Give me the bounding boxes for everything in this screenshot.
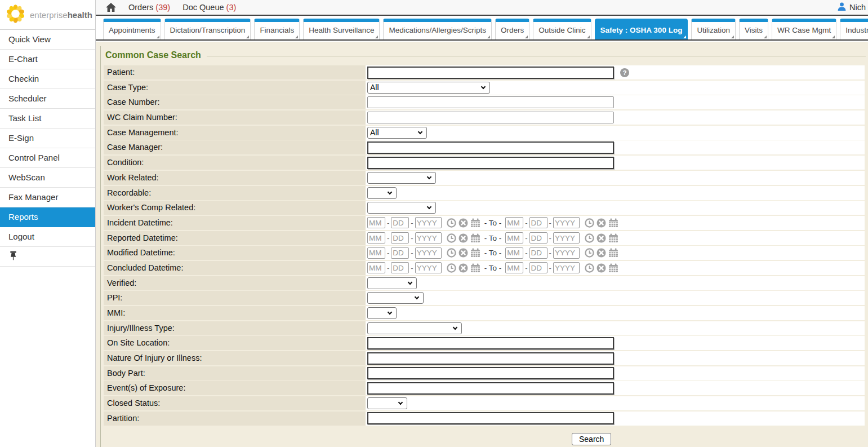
wc-claim-number-input[interactable] <box>367 112 614 123</box>
nature-of-injury-input[interactable] <box>367 352 614 365</box>
verified-select[interactable] <box>367 277 417 289</box>
case-management-select[interactable]: All <box>367 127 427 139</box>
clear-icon[interactable] <box>597 218 606 228</box>
tab-health-surveillance[interactable]: Health Surveillance <box>303 19 380 39</box>
calendar-icon[interactable] <box>608 248 618 258</box>
sidebar-pin-row[interactable] <box>0 247 95 267</box>
clear-icon[interactable] <box>459 218 468 228</box>
tab-outside-clinic[interactable]: Outside Clinic <box>533 19 591 39</box>
tab-financials[interactable]: Financials <box>254 19 300 39</box>
end-year-input[interactable] <box>553 217 580 228</box>
field-label: Modified Datetime: <box>104 246 366 260</box>
home-icon[interactable] <box>106 3 116 12</box>
start-month-input[interactable] <box>367 217 385 228</box>
clear-icon[interactable] <box>459 248 468 258</box>
sidebar-item-checkin[interactable]: Checkin <box>0 69 95 89</box>
end-year-input[interactable] <box>553 247 580 259</box>
sidebar-item-scheduler[interactable]: Scheduler <box>0 89 95 109</box>
clear-icon[interactable] <box>459 263 468 273</box>
ppi-select[interactable] <box>367 292 424 304</box>
calendar-icon[interactable] <box>470 263 480 273</box>
tab-appointments[interactable]: Appointments <box>103 19 161 39</box>
recordable-select[interactable] <box>367 187 397 199</box>
patient-input[interactable] <box>367 67 614 79</box>
start-month-input[interactable] <box>367 232 385 244</box>
start-year-input[interactable] <box>415 262 442 273</box>
condition-input[interactable] <box>367 157 614 169</box>
clock-icon[interactable] <box>447 233 456 243</box>
calendar-icon[interactable] <box>608 233 618 243</box>
clear-icon[interactable] <box>459 233 468 243</box>
case-manager-input[interactable] <box>367 141 614 154</box>
clock-icon[interactable] <box>447 263 456 273</box>
start-month-input[interactable] <box>367 247 385 259</box>
work-related-select[interactable] <box>367 172 436 184</box>
calendar-icon[interactable] <box>608 263 618 273</box>
partition-input[interactable] <box>367 412 614 424</box>
orders-link[interactable]: Orders (39) <box>128 3 170 12</box>
sidebar-item-fax-manager[interactable]: Fax Manager <box>0 188 95 207</box>
tab-dictation-transcription[interactable]: Dictation/Transcription <box>164 19 251 39</box>
start-month-input[interactable] <box>367 262 385 273</box>
start-year-input[interactable] <box>415 247 442 259</box>
tab-visits[interactable]: Visits <box>739 19 768 39</box>
clock-icon[interactable] <box>447 248 456 258</box>
end-day-input[interactable] <box>529 247 547 259</box>
tab-orders[interactable]: Orders <box>495 19 529 39</box>
sidebar-item-logout[interactable]: Logout <box>0 227 95 247</box>
clear-icon[interactable] <box>597 233 606 243</box>
sidebar-item-e-sign[interactable]: E-Sign <box>0 129 95 148</box>
events-of-exposure-input[interactable] <box>367 382 614 395</box>
injury-illness-type-select[interactable] <box>367 322 462 334</box>
clock-icon[interactable] <box>585 233 594 243</box>
start-year-input[interactable] <box>415 217 442 228</box>
tab-utilization[interactable]: Utilization <box>691 19 736 39</box>
sidebar-item-quick-view[interactable]: Quick View <box>0 30 95 50</box>
mmi-select[interactable] <box>367 307 397 319</box>
start-day-input[interactable] <box>391 247 409 259</box>
sidebar-item-reports[interactable]: Reports <box>0 207 95 227</box>
start-day-input[interactable] <box>391 232 409 244</box>
end-day-input[interactable] <box>529 217 547 228</box>
tab-industrial-hygiene[interactable]: Industrial Hygiene <box>840 19 868 39</box>
end-year-input[interactable] <box>553 262 580 273</box>
tab-wr-case-mgmt[interactable]: WR Case Mgmt <box>772 19 836 39</box>
end-day-input[interactable] <box>529 232 547 244</box>
workers-comp-related-select[interactable] <box>367 202 436 214</box>
start-day-input[interactable] <box>391 217 409 228</box>
sidebar-item-e-chart[interactable]: E-Chart <box>0 50 95 69</box>
case-number-input[interactable] <box>367 96 614 108</box>
sidebar-item-task-list[interactable]: Task List <box>0 109 95 129</box>
calendar-icon[interactable] <box>470 233 480 243</box>
end-month-input[interactable] <box>505 232 523 244</box>
pushpin-icon[interactable] <box>10 251 17 263</box>
sidebar-item-control-panel[interactable]: Control Panel <box>0 148 95 168</box>
doc-queue-link[interactable]: Doc Queue (3) <box>182 3 236 12</box>
tab-safety-osha-300-log[interactable]: Safety : OSHA 300 Log <box>595 19 688 39</box>
body-part-input[interactable] <box>367 367 614 379</box>
calendar-icon[interactable] <box>470 218 480 228</box>
clear-icon[interactable] <box>597 263 606 273</box>
user-menu[interactable]: Nich <box>838 2 866 12</box>
end-day-input[interactable] <box>529 262 547 273</box>
clear-icon[interactable] <box>597 248 606 258</box>
clock-icon[interactable] <box>447 218 456 228</box>
start-day-input[interactable] <box>391 262 409 273</box>
help-icon[interactable]: ? <box>620 68 629 77</box>
clock-icon[interactable] <box>585 263 594 273</box>
start-year-input[interactable] <box>415 232 442 244</box>
closed-status-select[interactable] <box>367 397 407 409</box>
sidebar-item-webscan[interactable]: WebScan <box>0 168 95 188</box>
end-month-input[interactable] <box>505 262 523 273</box>
search-button[interactable]: Search <box>572 433 611 445</box>
calendar-icon[interactable] <box>608 218 618 228</box>
clock-icon[interactable] <box>585 248 594 258</box>
clock-icon[interactable] <box>585 218 594 228</box>
calendar-icon[interactable] <box>470 248 480 258</box>
case-type-select[interactable]: All <box>367 82 490 94</box>
tab-medications-allergies-scripts[interactable]: Medications/Allergies/Scripts <box>383 19 492 39</box>
on-site-location-input[interactable] <box>367 337 614 349</box>
end-year-input[interactable] <box>553 232 580 244</box>
end-month-input[interactable] <box>505 217 523 228</box>
end-month-input[interactable] <box>505 247 523 259</box>
